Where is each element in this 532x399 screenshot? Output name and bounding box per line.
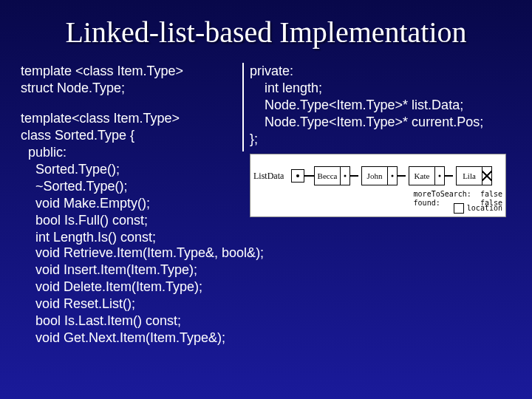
diagram-node-4-value: Lila	[457, 167, 482, 185]
diagram-node-1: Becca	[314, 166, 350, 185]
diagram-listdata-pointer-box	[291, 169, 304, 183]
slide-title: Linked-list-based Implementation	[0, 0, 532, 63]
diagram-more-to-search: moreToSearch: false	[414, 190, 502, 200]
diagram-node-3-next	[434, 167, 444, 185]
diagram-node-1-next	[340, 167, 349, 185]
code-block-class-private: private: int length; Node.Type<Item.Type…	[250, 63, 511, 148]
code-block-struct-decl: template <class Item.Type> struct Node.T…	[21, 63, 242, 97]
right-column: private: int length; Node.Type<Item.Type…	[242, 63, 511, 246]
diagram-location-box	[454, 203, 464, 214]
diagram-node-1-value: Becca	[315, 167, 340, 185]
diagram-node-3: Kate	[409, 166, 445, 185]
diagram-node-3-value: Kate	[409, 167, 434, 185]
diagram-node-2-value: John	[362, 167, 387, 185]
diagram-location-label: location	[467, 204, 502, 214]
spacer	[21, 97, 242, 110]
code-block-class-methods-fullwidth: void Retrieve.Item(Item.Type&, bool&); v…	[0, 245, 532, 347]
diagram-node-2-next	[387, 167, 397, 185]
diagram-node-4-null	[482, 167, 491, 185]
diagram-node-4: Lila	[456, 166, 492, 185]
code-block-class-public: template<class Item.Type> class Sorted.T…	[21, 110, 242, 246]
diagram-location: location	[454, 203, 502, 214]
linked-list-diagram: ListData Becca John Kate Lila moreToSear…	[250, 154, 506, 217]
diagram-ptr-label: ListData	[253, 171, 284, 182]
left-column: template <class Item.Type> struct Node.T…	[21, 63, 242, 246]
slide-content: template <class Item.Type> struct Node.T…	[0, 63, 532, 246]
diagram-node-2: John	[361, 166, 398, 185]
